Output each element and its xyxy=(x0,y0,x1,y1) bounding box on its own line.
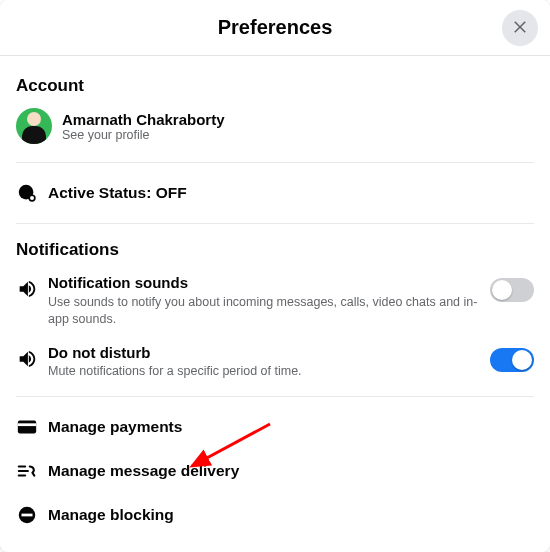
profile-row[interactable]: Amarnath Chakraborty See your profile xyxy=(16,102,534,154)
close-button[interactable] xyxy=(502,10,538,46)
avatar xyxy=(16,108,52,144)
modal-body: Account Amarnath Chakraborty See your pr… xyxy=(0,56,550,537)
preferences-modal: Preferences Account Amarnath Chakraborty… xyxy=(0,0,550,552)
manage-blocking-label: Manage blocking xyxy=(48,505,534,524)
manage-delivery-row[interactable]: Manage message delivery xyxy=(16,449,534,493)
dnd-toggle[interactable] xyxy=(490,348,534,372)
profile-name: Amarnath Chakraborty xyxy=(62,111,225,128)
manage-payments-row[interactable]: Manage payments xyxy=(16,405,534,449)
dnd-row: Do not disturb Mute notifications for a … xyxy=(16,336,534,389)
svg-point-2 xyxy=(30,196,34,200)
manage-blocking-row[interactable]: Manage blocking xyxy=(16,493,534,537)
close-icon xyxy=(511,17,529,39)
profile-text: Amarnath Chakraborty See your profile xyxy=(62,111,225,142)
svg-rect-4 xyxy=(18,423,36,426)
dnd-label: Do not disturb xyxy=(48,344,480,363)
notification-sounds-sub: Use sounds to notify you about incoming … xyxy=(48,294,480,328)
status-icon xyxy=(16,182,48,204)
block-icon xyxy=(16,504,48,526)
notification-sounds-toggle[interactable] xyxy=(490,278,534,302)
active-status-row[interactable]: Active Status: OFF xyxy=(16,171,534,215)
modal-title: Preferences xyxy=(218,16,333,39)
notification-sounds-row: Notification sounds Use sounds to notify… xyxy=(16,266,534,336)
svg-rect-3 xyxy=(18,421,36,434)
divider xyxy=(16,396,534,397)
divider xyxy=(16,223,534,224)
credit-card-icon xyxy=(16,416,48,438)
active-status-label: Active Status: OFF xyxy=(48,183,534,202)
notification-sounds-label: Notification sounds xyxy=(48,274,480,293)
manage-payments-label: Manage payments xyxy=(48,417,534,436)
section-title-account: Account xyxy=(16,76,534,96)
section-title-notifications: Notifications xyxy=(16,240,534,260)
profile-sub: See your profile xyxy=(62,128,225,142)
dnd-sub: Mute notifications for a specific period… xyxy=(48,363,480,380)
divider xyxy=(16,162,534,163)
modal-header: Preferences xyxy=(0,0,550,56)
svg-rect-6 xyxy=(22,514,33,517)
delivery-icon xyxy=(16,460,48,482)
manage-delivery-label: Manage message delivery xyxy=(48,461,534,480)
sound-off-icon xyxy=(16,348,48,370)
sound-icon xyxy=(16,278,48,300)
